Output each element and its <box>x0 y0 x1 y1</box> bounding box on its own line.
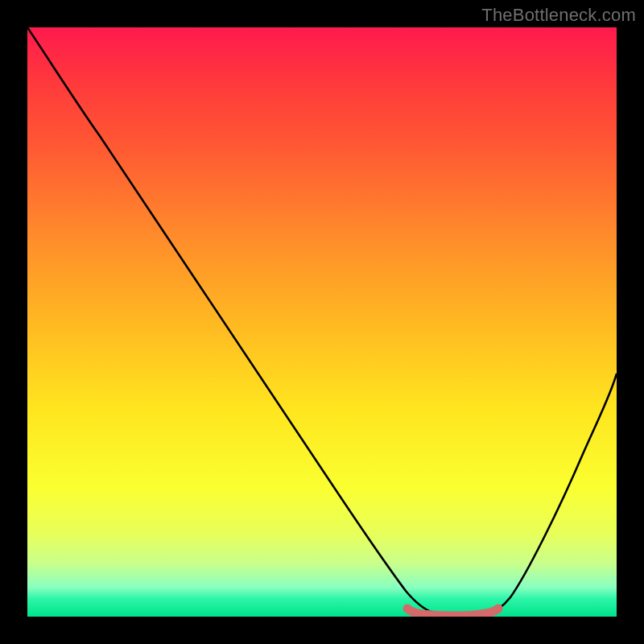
bottleneck-curve <box>27 27 617 615</box>
chart-frame: TheBottleneck.com <box>0 0 644 644</box>
curve-layer <box>27 27 617 617</box>
watermark-text: TheBottleneck.com <box>481 5 636 26</box>
flat-zone-highlight <box>407 609 498 616</box>
gradient-plot-area <box>27 27 617 617</box>
